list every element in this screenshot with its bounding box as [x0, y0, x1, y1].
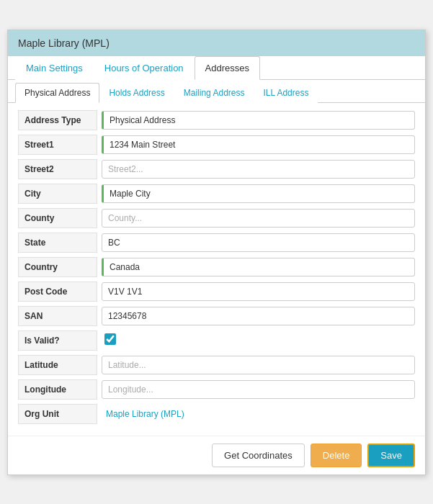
label-san: SAN: [18, 306, 97, 326]
field-city: [102, 184, 415, 203]
label-address-type: Address Type: [18, 110, 97, 130]
window-title: Maple Library (MPL): [8, 30, 425, 56]
field-row-address-type: Address Type: [18, 110, 415, 130]
label-latitude: Latitude: [18, 355, 97, 375]
form-area: Address Type Street1 Street2 City: [8, 103, 425, 436]
input-street2[interactable]: [102, 160, 415, 179]
label-post-code: Post Code: [18, 282, 97, 302]
footer-buttons: Get Coordinates Delete Save: [8, 436, 425, 474]
field-country: [102, 258, 415, 276]
tab-main-settings[interactable]: Main Settings: [15, 56, 94, 80]
tab-addresses[interactable]: Addresses: [195, 56, 260, 80]
subtab-holds-address[interactable]: Holds Address: [99, 83, 174, 103]
field-row-latitude: Latitude: [18, 355, 415, 375]
field-san: [102, 307, 415, 325]
field-row-longitude: Longitude: [18, 379, 415, 400]
main-tab-bar: Main Settings Hours of Operation Address…: [8, 56, 425, 80]
label-is-valid: Is Valid?: [18, 330, 97, 351]
get-coordinates-button[interactable]: Get Coordinates: [212, 444, 305, 467]
tab-hours-of-operation[interactable]: Hours of Operation: [94, 56, 195, 80]
checkbox-is-valid[interactable]: [104, 333, 116, 345]
label-city: City: [18, 184, 97, 204]
input-post-code[interactable]: [102, 282, 415, 301]
label-street2: Street2: [18, 159, 97, 179]
label-country: Country: [18, 257, 97, 277]
field-row-san: SAN: [18, 306, 415, 326]
field-row-state: State: [18, 233, 415, 253]
main-window: Maple Library (MPL) Main Settings Hours …: [7, 30, 426, 475]
field-row-street2: Street2: [18, 159, 415, 179]
input-longitude[interactable]: [102, 380, 415, 399]
org-unit-link[interactable]: Maple Library (MPL): [106, 409, 184, 419]
label-county: County: [18, 208, 97, 228]
subtab-ill-address[interactable]: ILL Address: [254, 83, 318, 103]
label-state: State: [18, 233, 97, 253]
input-address-type[interactable]: [102, 111, 415, 130]
field-address-type: [102, 111, 415, 130]
input-street1[interactable]: [102, 135, 415, 154]
input-state[interactable]: [102, 233, 415, 252]
sub-tab-bar: Physical Address Holds Address Mailing A…: [8, 83, 425, 103]
field-county: [102, 209, 415, 228]
input-latitude[interactable]: [102, 356, 415, 374]
field-street1: [102, 135, 415, 154]
field-state: [102, 233, 415, 252]
field-row-county: County: [18, 208, 415, 228]
input-city[interactable]: [102, 184, 415, 203]
field-org-unit: Maple Library (MPL): [102, 408, 415, 419]
label-longitude: Longitude: [18, 379, 97, 400]
field-row-city: City: [18, 184, 415, 204]
field-row-street1: Street1: [18, 135, 415, 155]
subtab-mailing-address[interactable]: Mailing Address: [174, 83, 254, 103]
input-county[interactable]: [102, 209, 415, 228]
delete-button[interactable]: Delete: [311, 444, 362, 467]
label-org-unit: Org Unit: [18, 404, 97, 424]
field-row-org-unit: Org Unit Maple Library (MPL): [18, 404, 415, 424]
field-row-post-code: Post Code: [18, 282, 415, 302]
field-is-valid: [104, 333, 415, 347]
input-country[interactable]: [102, 258, 415, 276]
field-row-country: Country: [18, 257, 415, 277]
field-longitude: [102, 380, 415, 399]
field-post-code: [102, 282, 415, 301]
field-row-is-valid: Is Valid?: [18, 330, 415, 351]
subtab-physical-address[interactable]: Physical Address: [15, 83, 99, 103]
input-san[interactable]: [102, 307, 415, 325]
field-street2: [102, 160, 415, 179]
label-street1: Street1: [18, 135, 97, 155]
save-button[interactable]: Save: [367, 444, 415, 467]
field-latitude: [102, 356, 415, 374]
